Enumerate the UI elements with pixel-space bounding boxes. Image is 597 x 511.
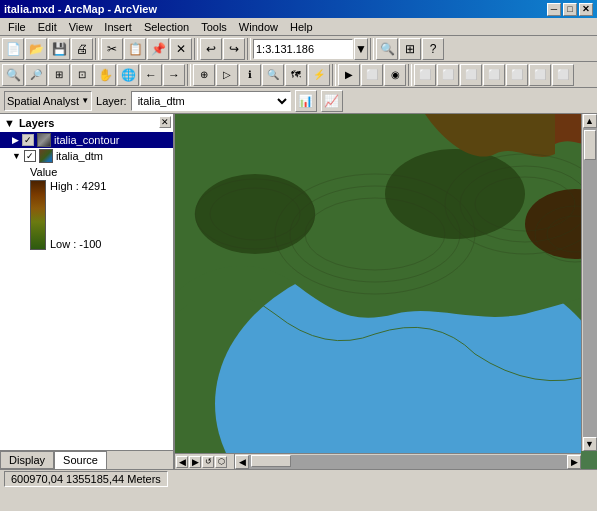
measure-button[interactable]: ⚡ [308, 64, 330, 86]
expand-contour-icon: ▶ [12, 135, 19, 145]
close-button[interactable]: ✕ [579, 3, 593, 16]
tool-1[interactable]: ⬜ [414, 64, 436, 86]
legend-low-label: Low : -100 [50, 238, 106, 250]
save-button[interactable]: 💾 [48, 38, 70, 60]
scale-input[interactable] [253, 39, 353, 59]
fixed-zoom-out-button[interactable]: ⊡ [71, 64, 93, 86]
minimize-button[interactable]: ─ [547, 3, 561, 16]
scroll-thumb-horizontal[interactable] [251, 455, 291, 467]
expand-dtm-icon: ▼ [12, 151, 21, 161]
scrollbar-horizontal[interactable]: ◀ ▶ ↺ ⬡ ◀ ▶ [175, 453, 581, 469]
layer-dtm-name: italia_dtm [56, 150, 103, 162]
delete-button[interactable]: ✕ [170, 38, 192, 60]
identify-button[interactable]: ℹ [239, 64, 261, 86]
menu-tools[interactable]: Tools [195, 20, 233, 34]
scroll-right-button[interactable]: ▶ [567, 455, 581, 469]
toc-close-button[interactable]: ✕ [159, 116, 171, 128]
tool-7[interactable]: ⬜ [552, 64, 574, 86]
title-bar: italia.mxd - ArcMap - ArcView ─ □ ✕ [0, 0, 597, 18]
magnify-button[interactable]: 🔍 [376, 38, 398, 60]
map-svg [175, 114, 581, 453]
scroll-left-button[interactable]: ◀ [235, 455, 249, 469]
menu-help[interactable]: Help [284, 20, 319, 34]
svg-point-10 [385, 149, 525, 239]
layer-contour-checkbox[interactable] [22, 134, 34, 146]
back-button[interactable]: ← [140, 64, 162, 86]
toolbar-tools: 🔍 🔎 ⊞ ⊡ ✋ 🌐 ← → ⊕ ▷ ℹ 🔍 🗺 ⚡ ▶ ⬜ ◉ ⬜ ⬜ ⬜ … [0, 62, 597, 88]
undo-button[interactable]: ↩ [200, 38, 222, 60]
separator-4 [370, 38, 374, 60]
maximize-button[interactable]: □ [563, 3, 577, 16]
zoom-out-button[interactable]: 🔎 [25, 64, 47, 86]
find-button[interactable]: 🔍 [262, 64, 284, 86]
scroll-track-horizontal[interactable] [249, 455, 567, 469]
scale-dropdown[interactable]: ▼ [354, 38, 368, 60]
pan-button[interactable]: ✋ [94, 64, 116, 86]
tab-source[interactable]: Source [54, 451, 107, 469]
window-controls: ─ □ ✕ [547, 3, 593, 16]
spatial-analyst-dropdown[interactable]: Spatial Analyst [4, 91, 92, 111]
layer-label: Layer: [96, 95, 127, 107]
chart-button[interactable]: 📈 [321, 90, 343, 112]
layer-item-contour[interactable]: ▶ italia_contour [0, 132, 173, 148]
status-bar: 600970,04 1355185,44 Meters [0, 469, 597, 487]
histogram-button[interactable]: 📊 [295, 90, 317, 112]
map-nav-buttons: ◀ ▶ ↺ ⬡ [175, 454, 235, 469]
new-button[interactable]: 📄 [2, 38, 24, 60]
menu-selection[interactable]: Selection [138, 20, 195, 34]
svg-point-9 [195, 174, 315, 254]
nav-globe-button[interactable]: ⬡ [215, 456, 227, 468]
menu-window[interactable]: Window [233, 20, 284, 34]
select-button[interactable]: ⊕ [193, 64, 215, 86]
nav-right-button[interactable]: ▶ [189, 456, 201, 468]
fixed-zoom-in-button[interactable]: ⊞ [48, 64, 70, 86]
layer-select[interactable]: italia_dtm [131, 91, 291, 111]
forward-button[interactable]: → [163, 64, 185, 86]
print-button[interactable]: 🖨 [71, 38, 93, 60]
zoom-in-button[interactable]: 🔍 [2, 64, 24, 86]
copy-button[interactable]: 📋 [124, 38, 146, 60]
layer-dtm-checkbox[interactable] [24, 150, 36, 162]
vertex-tool[interactable]: ◉ [384, 64, 406, 86]
scroll-down-button[interactable]: ▼ [583, 437, 597, 451]
toc-header: ▼ Layers [0, 114, 173, 132]
separator-2 [194, 38, 198, 60]
main-area: ✕ ▼ Layers ▶ italia_contour ▼ italia_dtm… [0, 114, 597, 469]
tool-3[interactable]: ⬜ [460, 64, 482, 86]
redo-button[interactable]: ↪ [223, 38, 245, 60]
help-button[interactable]: ? [422, 38, 444, 60]
nav-left-button[interactable]: ◀ [176, 456, 188, 468]
toc-tabs: Display Source [0, 450, 173, 469]
full-extent-button[interactable]: 🌐 [117, 64, 139, 86]
scroll-track-vertical[interactable] [583, 128, 597, 437]
cut-button[interactable]: ✂ [101, 38, 123, 60]
tool-4[interactable]: ⬜ [483, 64, 505, 86]
open-button[interactable]: 📂 [25, 38, 47, 60]
tab-display[interactable]: Display [0, 451, 54, 469]
select-features-button[interactable]: ▷ [216, 64, 238, 86]
separator-1 [95, 38, 99, 60]
svg-rect-8 [245, 344, 565, 453]
tool-2[interactable]: ⬜ [437, 64, 459, 86]
scroll-up-button[interactable]: ▲ [583, 114, 597, 128]
mapview-button[interactable]: 🗺 [285, 64, 307, 86]
scroll-thumb-vertical[interactable] [584, 130, 596, 160]
layer-item-dtm[interactable]: ▼ italia_dtm [0, 148, 173, 164]
menu-bar: File Edit View Insert Selection Tools Wi… [0, 18, 597, 36]
layer-contour-icon [37, 133, 51, 147]
nav-refresh-button[interactable]: ↺ [202, 456, 214, 468]
zoom-button[interactable]: ⊞ [399, 38, 421, 60]
coordinates-text: 600970,04 1355185,44 Meters [11, 473, 161, 485]
edit-tool[interactable]: ⬜ [361, 64, 383, 86]
menu-edit[interactable]: Edit [32, 20, 63, 34]
scrollbar-vertical[interactable]: ▲ ▼ [581, 114, 597, 451]
tool-5[interactable]: ⬜ [506, 64, 528, 86]
map-area[interactable]: ▲ ▼ ◀ ▶ ↺ ⬡ ◀ ▶ [175, 114, 597, 469]
menu-file[interactable]: File [2, 20, 32, 34]
editor-button[interactable]: ▶ [338, 64, 360, 86]
layer-dtm-icon [39, 149, 53, 163]
paste-button[interactable]: 📌 [147, 38, 169, 60]
menu-view[interactable]: View [63, 20, 99, 34]
tool-6[interactable]: ⬜ [529, 64, 551, 86]
menu-insert[interactable]: Insert [98, 20, 138, 34]
